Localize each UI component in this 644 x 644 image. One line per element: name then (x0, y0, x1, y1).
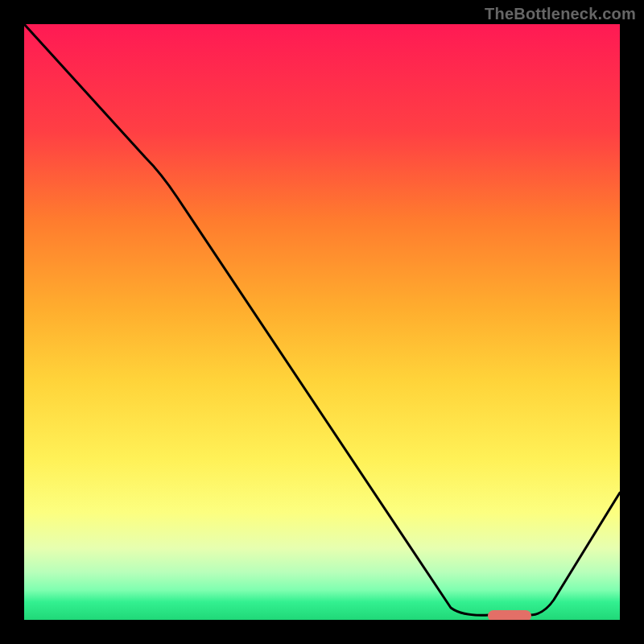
x-axis (0, 620, 644, 644)
y-axis (0, 0, 24, 644)
watermark-text: TheBottleneck.com (485, 5, 636, 23)
chart-container: TheBottleneck.com (0, 0, 644, 644)
plot-area (24, 24, 620, 620)
